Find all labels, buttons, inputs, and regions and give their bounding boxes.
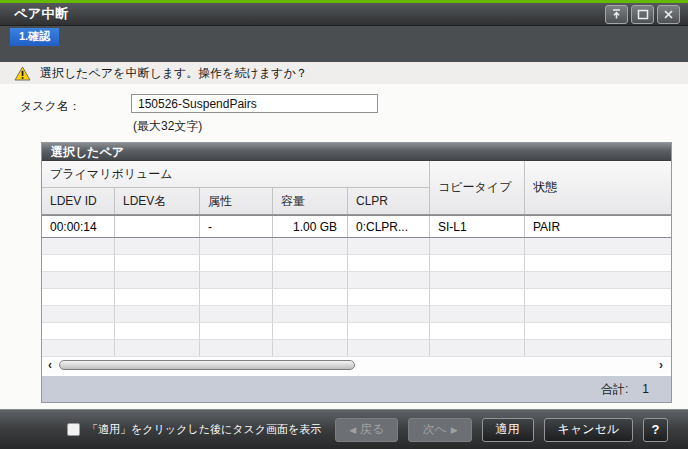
tab-step-1-confirm[interactable]: 1.確認 — [10, 28, 59, 46]
task-name-input[interactable] — [131, 94, 378, 113]
cell-copy-type: SI-L1 — [430, 216, 525, 237]
scrollbar-thumb[interactable] — [59, 360, 355, 370]
action-bar: 「適用」をクリックした後にタスク画面を表示 ◀ 戻る 次へ ▶ 適用 キャンセル… — [0, 409, 688, 449]
selected-pairs-table: 選択したペア プライマリボリューム コピータイプ 状態 LDEV ID LDEV… — [41, 142, 672, 403]
next-arrow-icon: ▶ — [451, 425, 458, 435]
cell-capacity: 1.00 GB — [273, 216, 348, 237]
table-footer: 合計: 1 — [42, 376, 671, 402]
empty-row — [42, 272, 671, 289]
empty-row — [42, 306, 671, 323]
next-button: 次へ ▶ — [408, 418, 471, 442]
horizontal-scrollbar[interactable]: ‹ › — [42, 357, 671, 374]
warning-message-bar: 選択したペアを中断します。操作を続けますか？ — [0, 62, 688, 84]
show-task-screen-checkbox[interactable] — [67, 423, 80, 436]
rollup-button[interactable] — [605, 5, 628, 24]
empty-row — [42, 255, 671, 272]
table-row[interactable]: 00:00:14 - 1.00 GB 0:CLPR... SI-L1 PAIR — [42, 215, 671, 238]
back-button: ◀ 戻る — [335, 418, 398, 442]
column-header-ldev-name: LDEV名 — [115, 188, 200, 214]
column-header-clpr: CLPR — [348, 188, 430, 214]
cell-status: PAIR — [525, 216, 671, 237]
empty-row — [42, 289, 671, 306]
column-header-status: 状態 — [525, 161, 671, 214]
column-header-copy-type: コピータイプ — [430, 161, 525, 214]
cancel-button[interactable]: キャンセル — [544, 418, 633, 442]
close-button[interactable] — [657, 5, 680, 24]
task-name-label: タスク名： — [20, 98, 81, 115]
column-header-capacity: 容量 — [273, 188, 348, 214]
total-value: 1 — [642, 382, 649, 396]
warning-icon — [14, 66, 31, 81]
back-arrow-icon: ◀ — [349, 425, 356, 435]
empty-row — [42, 238, 671, 255]
total-label: 合計: — [601, 381, 628, 398]
column-header-attribute: 属性 — [200, 188, 273, 214]
window-controls — [605, 5, 680, 24]
cell-clpr: 0:CLPR... — [348, 216, 430, 237]
maximize-button[interactable] — [631, 5, 654, 24]
table-header: プライマリボリューム コピータイプ 状態 LDEV ID LDEV名 属性 容量… — [42, 161, 671, 215]
help-button[interactable]: ? — [643, 418, 668, 442]
scroll-right-icon[interactable]: › — [659, 357, 663, 373]
task-name-max-length-note: (最大32文字) — [133, 118, 202, 135]
dialog-title: ペア中断 — [14, 5, 605, 23]
column-group-primary-volume: プライマリボリューム — [42, 161, 430, 188]
show-task-screen-label: 「適用」をクリックした後にタスク画面を表示 — [87, 422, 321, 437]
table-title: 選択したペア — [42, 143, 671, 161]
warning-message: 選択したペアを中断します。操作を続けますか？ — [40, 65, 308, 82]
scroll-left-icon[interactable]: ‹ — [48, 357, 52, 373]
cell-ldev-id: 00:00:14 — [42, 216, 115, 237]
table-body: 00:00:14 - 1.00 GB 0:CLPR... SI-L1 PAIR — [42, 215, 671, 357]
apply-button[interactable]: 適用 — [482, 418, 534, 442]
wizard-step-strip: 1.確認 — [0, 26, 688, 62]
empty-row — [42, 340, 671, 357]
column-header-ldev-id: LDEV ID — [42, 188, 115, 214]
maximize-icon — [637, 9, 649, 20]
cell-attribute: - — [200, 216, 273, 237]
cell-ldev-name — [115, 216, 200, 237]
pair-suspend-dialog: ペア中断 1.確認 選択したペアを中断します。操作を続けますか？ タスク名： (… — [0, 0, 688, 449]
dialog-titlebar: ペア中断 — [0, 3, 688, 26]
close-icon — [663, 9, 674, 20]
rollup-icon — [610, 8, 623, 20]
empty-row — [42, 323, 671, 340]
